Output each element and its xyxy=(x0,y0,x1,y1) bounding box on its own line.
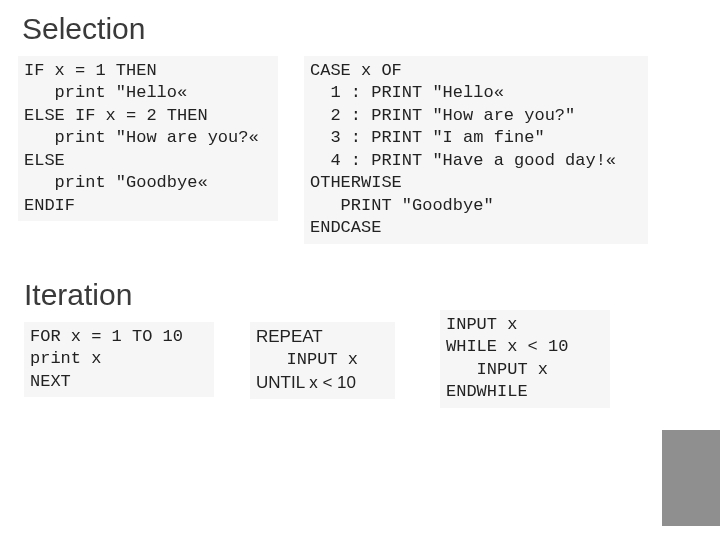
heading-iteration: Iteration xyxy=(24,278,132,312)
repeat-line3: UNTIL x < 10 xyxy=(256,373,356,392)
repeat-line1: REPEAT xyxy=(256,327,323,346)
code-case: CASE x OF 1 : PRINT "Hello« 2 : PRINT "H… xyxy=(304,56,648,244)
repeat-line2: INPUT x xyxy=(256,350,358,369)
side-stripe xyxy=(662,430,720,526)
heading-selection: Selection xyxy=(22,12,145,46)
code-if-else: IF x = 1 THEN print "Hello« ELSE IF x = … xyxy=(18,56,278,221)
code-for: FOR x = 1 TO 10 print x NEXT xyxy=(24,322,214,397)
code-repeat: REPEAT INPUT x UNTIL x < 10 xyxy=(250,322,395,399)
code-while: INPUT x WHILE x < 10 INPUT x ENDWHILE xyxy=(440,310,610,408)
